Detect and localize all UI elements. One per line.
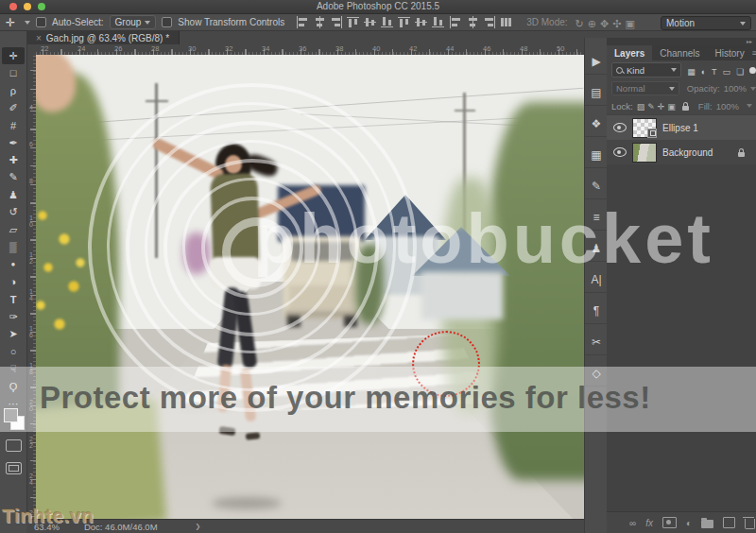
zoom-window-button[interactable] (38, 3, 45, 10)
tab-layers[interactable]: Layers (607, 45, 652, 60)
layer-name[interactable]: Background (662, 147, 713, 158)
layer-visibility-icon[interactable] (613, 123, 627, 132)
layer-visibility-icon[interactable] (613, 147, 627, 157)
filter-kind-dropdown[interactable]: Kind (611, 62, 681, 77)
3d-camera-icon[interactable]: ▣ (625, 18, 634, 29)
brush-tool[interactable]: ✎ (0, 169, 26, 186)
type-layers-filter-icon[interactable]: T (712, 67, 717, 77)
layer-row-ellipse-1[interactable]: Ellipse 1 (607, 115, 756, 140)
status-chevron-icon[interactable]: ❯ (196, 523, 201, 530)
quick-mask-mode-button[interactable] (6, 439, 22, 452)
dist-left-icon[interactable] (449, 16, 462, 28)
timeline-panel-icon[interactable]: ✂ (585, 330, 608, 355)
delete-layer-icon[interactable] (745, 519, 755, 529)
link-layers-icon[interactable]: ∞ (629, 518, 636, 528)
marquee-tool[interactable]: □ (0, 64, 26, 81)
align-bottom-icon[interactable] (381, 16, 394, 28)
minimize-window-button[interactable] (24, 3, 31, 10)
align-top-icon[interactable] (347, 16, 360, 28)
move-tool[interactable]: ✛ (2, 47, 25, 64)
3d-roll-icon[interactable]: ⊕ (588, 18, 596, 29)
canvas[interactable] (36, 55, 584, 519)
foreground-color-swatch[interactable] (4, 408, 18, 422)
layer-group-icon[interactable] (701, 520, 713, 528)
lock-transparency-icon[interactable]: ▨ (637, 102, 645, 112)
adjustments-panel-icon[interactable]: ≡ (585, 205, 608, 231)
3d-slide-icon[interactable]: ✣ (612, 18, 621, 29)
shape-layers-filter-icon[interactable]: ▭ (723, 67, 731, 77)
actions-panel-icon[interactable]: ▶ (585, 49, 608, 75)
clone-stamp-tool[interactable]: ♟ (0, 186, 26, 203)
eyedropper-tool[interactable]: ✒ (0, 134, 26, 151)
gradient-tool[interactable]: ▒ (0, 238, 26, 255)
align-center-h-icon[interactable] (313, 16, 326, 28)
filter-toggle-icon[interactable] (749, 67, 756, 74)
layer-name[interactable]: Ellipse 1 (662, 123, 698, 133)
document-tab[interactable]: × Gach.jpg @ 63.4% (RGB/8) * (26, 31, 180, 44)
opacity-value[interactable]: 100% (724, 83, 747, 94)
color-table-panel-icon[interactable]: ▦ (585, 143, 608, 168)
threed-panel-icon[interactable]: ◇ (585, 361, 608, 387)
path-selection-tool[interactable]: ➤ (0, 325, 26, 342)
spot-healing-tool[interactable]: ✚ (0, 151, 26, 168)
layer-row-background[interactable]: Background (607, 140, 756, 164)
dist-right-icon[interactable] (483, 16, 496, 28)
dist-center-icon[interactable] (466, 16, 479, 28)
tool-presets-panel-icon[interactable]: ▤ (585, 80, 608, 106)
swatches-panel-icon[interactable]: ❖ (585, 112, 608, 137)
fill-value[interactable]: 100% (716, 101, 739, 112)
clone-source-panel-icon[interactable]: ♟ (585, 236, 608, 262)
zoom-level[interactable]: 63.4% (34, 522, 60, 532)
brush-settings-panel-icon[interactable]: ✎ (585, 174, 608, 199)
3d-rotate-icon[interactable]: ↻ (576, 18, 584, 29)
paragraph-panel-icon[interactable]: ¶ (585, 299, 608, 324)
show-transform-checkbox[interactable] (162, 17, 172, 27)
character-panel-icon[interactable]: A| (585, 267, 608, 293)
align-middle-icon[interactable] (364, 16, 377, 28)
workspace-dropdown[interactable]: Motion (661, 16, 751, 30)
tab-history[interactable]: History (708, 45, 752, 60)
tab-channels[interactable]: Channels (652, 45, 707, 60)
quick-selection-tool[interactable]: ✐ (0, 99, 26, 116)
ellipse-shape-selection[interactable] (412, 331, 480, 397)
pen-tool[interactable]: ✑ (0, 308, 26, 325)
3d-drag-icon[interactable]: ✥ (600, 18, 609, 29)
dist-top-icon[interactable] (398, 16, 411, 28)
ellipse-tool[interactable]: ○ (0, 343, 26, 360)
new-layer-icon[interactable] (723, 517, 735, 528)
lasso-tool[interactable]: ρ (0, 82, 26, 99)
layer-thumbnail[interactable] (632, 143, 657, 163)
auto-select-checkbox[interactable] (36, 17, 46, 27)
lock-artboard-icon[interactable]: ▣ (667, 102, 676, 112)
crop-tool[interactable]: # (0, 117, 26, 134)
align-left-icon[interactable] (296, 16, 309, 28)
close-tab-icon[interactable]: × (36, 33, 42, 43)
align-right-icon[interactable] (330, 16, 343, 28)
adjustment-layers-filter-icon[interactable]: ◐ (701, 67, 706, 77)
smart-object-filter-icon[interactable]: ❏ (736, 67, 744, 77)
history-brush-tool[interactable]: ↺ (0, 204, 26, 221)
layer-mask-icon[interactable] (662, 517, 677, 528)
layer-effects-icon[interactable]: fx (645, 518, 653, 528)
lock-paint-icon[interactable]: ✎ (647, 102, 655, 112)
type-tool[interactable]: T (0, 291, 26, 308)
layer-thumbnail[interactable] (632, 118, 657, 138)
blur-tool[interactable]: ● (0, 256, 26, 273)
adjustment-layer-icon[interactable]: ◐ (686, 518, 692, 528)
tool-preset-caret-icon[interactable] (25, 21, 30, 25)
lock-all-icon[interactable] (682, 106, 689, 111)
auto-select-target-dropdown[interactable]: Group (110, 15, 157, 29)
close-window-button[interactable] (9, 3, 17, 10)
dist-middle-icon[interactable] (415, 16, 428, 28)
screen-mode-button[interactable] (6, 462, 22, 474)
hand-tool[interactable]: ☟ (0, 360, 26, 377)
dodge-tool[interactable]: ◑ (0, 273, 26, 290)
dist-spacing-icon[interactable] (500, 16, 513, 28)
lock-position-icon[interactable]: ✛ (658, 102, 665, 112)
pixel-layers-filter-icon[interactable]: ▦ (687, 67, 696, 77)
zoom-tool[interactable]: Ϙ (0, 378, 26, 395)
eraser-tool[interactable]: ▱ (0, 221, 26, 238)
dist-bottom-icon[interactable] (432, 16, 445, 28)
blend-mode-dropdown[interactable]: Normal (611, 81, 679, 95)
panel-menu-icon[interactable]: ≡ (752, 45, 756, 60)
